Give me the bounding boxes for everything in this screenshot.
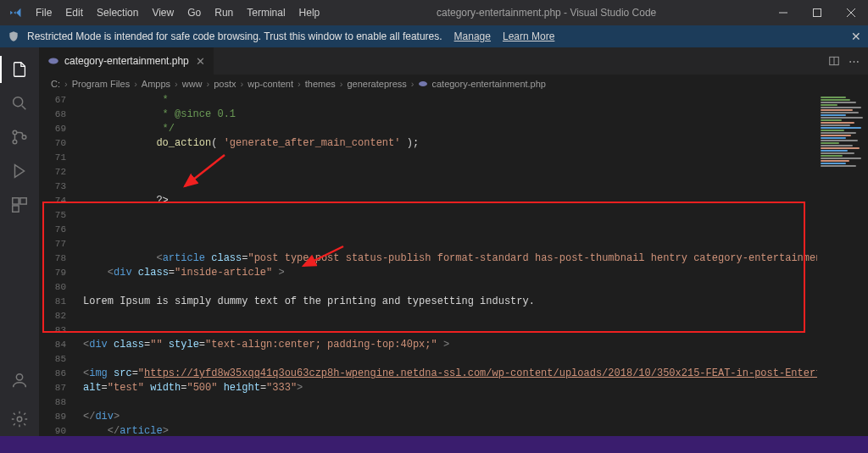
bc-part[interactable]: C:	[51, 79, 60, 89]
bc-part[interactable]: postx	[214, 79, 236, 89]
bc-part[interactable]: Program Files	[72, 79, 130, 89]
split-editor-icon[interactable]	[828, 55, 840, 67]
php-file-icon	[47, 55, 59, 67]
code-text: test	[114, 382, 138, 394]
search-icon[interactable]	[0, 86, 39, 120]
close-button[interactable]	[834, 0, 868, 25]
code-text: article	[163, 252, 205, 264]
tab-label: category-entertainment.php	[64, 55, 189, 67]
code-text: div	[114, 267, 132, 279]
bc-part[interactable]: generatepress	[347, 79, 406, 89]
code-text: *	[83, 94, 169, 106]
status-bar[interactable]	[0, 436, 868, 453]
menu-selection[interactable]: Selection	[90, 0, 145, 25]
menu-run[interactable]: Run	[208, 0, 240, 25]
bc-part[interactable]: wp-content	[248, 79, 293, 89]
account-icon[interactable]	[0, 363, 39, 397]
source-control-icon[interactable]	[0, 120, 39, 154]
svg-point-13	[17, 417, 22, 422]
menu-terminal[interactable]: Terminal	[240, 0, 292, 25]
learn-more-link[interactable]: Learn More	[503, 30, 554, 42]
code-text: post type-post status-publish format-sta…	[254, 252, 868, 264]
code-editor[interactable]: 6768697071727374757677787980818283848586…	[39, 93, 868, 436]
tab-actions: ⋯	[828, 55, 868, 68]
breadcrumb[interactable]: C:› Program Files› Ampps› www› postx› wp…	[39, 75, 868, 93]
svg-point-17	[419, 81, 427, 86]
run-debug-icon[interactable]	[0, 154, 39, 188]
code-text: 500	[193, 382, 212, 394]
svg-point-7	[13, 140, 17, 144]
main-menu: File Edit Selection View Go Run Terminal…	[29, 0, 326, 25]
code-text: https://1yfd8w35xqq41q3ou63czp8h-wpengin…	[144, 367, 868, 379]
vscode-logo-icon	[8, 6, 22, 19]
svg-point-4	[14, 97, 23, 107]
code-text: ?>	[83, 195, 169, 207]
tab-category-entertainment[interactable]: category-entertainment.php ✕	[39, 47, 214, 75]
window-controls	[766, 0, 868, 25]
tab-close-icon[interactable]: ✕	[196, 55, 205, 68]
bc-part[interactable]: themes	[305, 79, 336, 89]
svg-point-12	[16, 374, 22, 380]
menu-go[interactable]: Go	[181, 0, 208, 25]
extensions-icon[interactable]	[0, 188, 39, 222]
svg-rect-9	[13, 198, 19, 204]
notification-close-icon[interactable]: ✕	[851, 30, 861, 43]
code-text: style	[169, 339, 199, 351]
maximize-button[interactable]	[800, 0, 834, 25]
restricted-mode-banner: Restricted Mode is intended for safe cod…	[0, 25, 868, 47]
menu-edit[interactable]: Edit	[58, 0, 90, 25]
minimize-button[interactable]	[766, 0, 800, 25]
menu-file[interactable]: File	[29, 0, 58, 25]
minimap[interactable]	[817, 93, 868, 436]
code-text: do_action	[156, 137, 211, 149]
code-text: class	[211, 252, 242, 264]
title-bar: File Edit Selection View Go Run Terminal…	[0, 0, 868, 25]
code-text: class	[114, 339, 144, 351]
svg-rect-11	[13, 206, 19, 212]
bc-part[interactable]: category-entertainment.php	[431, 79, 546, 89]
code-text: class	[138, 267, 169, 279]
svg-point-14	[48, 58, 58, 64]
code-text: height	[224, 382, 260, 394]
php-file-icon	[418, 79, 428, 89]
code-text: */	[83, 123, 175, 135]
more-actions-icon[interactable]: ⋯	[849, 55, 860, 68]
code-text: 333	[272, 382, 291, 394]
svg-rect-10	[20, 198, 26, 204]
notification-text: Restricted Mode is intended for safe cod…	[27, 30, 442, 42]
code-text: div	[89, 339, 108, 351]
shield-icon	[7, 30, 20, 42]
manage-link[interactable]: Manage	[454, 30, 491, 42]
code-text: text-align:center; padding-top:40px;	[211, 339, 431, 351]
activity-bar	[0, 47, 39, 436]
code-text: alt	[83, 382, 102, 394]
editor-tabs: category-entertainment.php ✕ ⋯	[39, 47, 868, 75]
code-text: width	[150, 382, 181, 394]
svg-point-8	[22, 135, 26, 140]
svg-line-5	[22, 106, 26, 110]
window-title: category-entertainment.php - Visual Stud…	[326, 7, 766, 19]
code-text: img	[89, 367, 108, 379]
code-text: 'generate_after_main_content'	[224, 137, 401, 149]
svg-point-6	[13, 130, 17, 135]
code-text: Lorem Ipsum is simply dummy text of the …	[83, 296, 535, 307]
bc-part[interactable]: www	[182, 79, 203, 89]
code-content[interactable]: * * @since 0.1 */ do_action( 'generate_a…	[78, 93, 868, 436]
menu-help[interactable]: Help	[292, 0, 327, 25]
bc-part[interactable]: Ampps	[142, 79, 170, 89]
code-text: inside-article	[181, 267, 266, 279]
explorer-icon[interactable]	[0, 52, 39, 86]
line-numbers: 6768697071727374757677787980818283848586…	[39, 93, 78, 436]
menu-view[interactable]: View	[145, 0, 181, 25]
svg-rect-1	[814, 9, 821, 17]
settings-gear-icon[interactable]	[0, 402, 39, 436]
code-text: * @since 0.1	[83, 108, 236, 120]
code-text: src	[114, 367, 132, 379]
